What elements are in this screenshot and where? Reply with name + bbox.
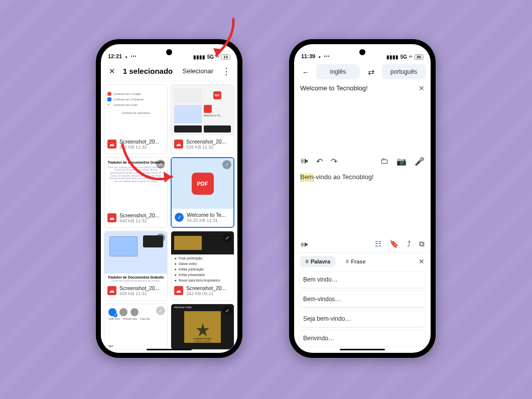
thumbnail: ⤢ xyxy=(171,231,234,254)
phone-mockup-right: 11:39 ▮▮▮▮ 5G ⌔ 30 ← inglês ⇄ português … xyxy=(289,39,436,358)
background-pattern xyxy=(0,0,532,399)
file-name: Welcome to Te... xyxy=(187,212,230,218)
gallery-tile[interactable]: ⤢ Tradutor de Documentos Gratuito Torne … xyxy=(104,231,168,301)
suggestions-list: Bem vindo… Bem-vindos… Seja bem-vindo… B… xyxy=(294,270,431,353)
image-badge-icon xyxy=(174,286,183,295)
close-panel-icon[interactable]: ✕ xyxy=(419,257,425,265)
gallery-tile-selected[interactable]: ⤢ PDF ✓ Welcome to Te...34,25 KB 11:31 xyxy=(171,157,234,228)
network-label: 5G xyxy=(207,54,214,60)
wifi-icon: ⌔ xyxy=(409,54,412,60)
file-meta: 640 KB 11:32 xyxy=(119,218,164,223)
more-notification-icon xyxy=(130,53,137,60)
gallery-tile[interactable]: Continuar com o Google Continuar com o F… xyxy=(104,84,168,154)
thumbnail: PDF Welcome to Te... xyxy=(171,85,234,136)
more-notification-icon xyxy=(324,53,330,60)
pdf-icon: PDF xyxy=(192,173,214,195)
suggestion-item[interactable]: Bem-vindos… xyxy=(299,291,426,308)
gallery-tile[interactable]: ⤢ + Criar storyVinicius GeaCaio Car Igor xyxy=(104,304,168,350)
select-button[interactable]: Selecionar xyxy=(181,65,215,77)
clear-icon[interactable]: ✕ xyxy=(419,84,425,92)
swap-languages-icon[interactable]: ⇄ xyxy=(364,65,378,79)
app-bar: 1 selecionado Selecionar xyxy=(101,61,237,81)
gallery-tile[interactable]: PDF Welcome to Te... Screenshot_20...526… xyxy=(171,84,234,154)
file-name: Screenshot_20... xyxy=(119,212,164,218)
undo-icon[interactable]: ↶ xyxy=(316,157,323,166)
file-name: Screenshot_20... xyxy=(119,139,164,145)
list-icon[interactable]: ☷ xyxy=(375,239,381,248)
network-label: 5G xyxy=(401,54,407,60)
close-icon[interactable] xyxy=(105,64,119,78)
wifi-icon: ⌔ xyxy=(216,54,219,60)
lines-icon xyxy=(305,258,309,265)
gallery-tile[interactable]: ⤢ Fixar publicação Salvar vídeo Editar p… xyxy=(171,231,234,301)
dictionary-tabs: Palavra Frase ✕ xyxy=(294,253,431,270)
bookmark-icon[interactable]: 🔖 xyxy=(389,239,399,248)
suggestion-item[interactable]: Benvindo… xyxy=(299,330,426,347)
home-indicator xyxy=(147,349,192,350)
speak-output-icon[interactable]: 🕪 xyxy=(300,240,308,248)
expand-icon[interactable]: ⤢ xyxy=(156,160,165,169)
file-name: Screenshot_20... xyxy=(186,139,231,145)
redo-icon[interactable]: ↷ xyxy=(331,157,337,166)
expand-icon[interactable]: ⤢ xyxy=(223,233,232,242)
thumbnail: ⤢ xyxy=(104,231,167,274)
file-meta: 34,25 KB 11:31 xyxy=(187,218,230,223)
signal-icon: ▮▮▮▮ xyxy=(193,54,205,60)
camera-icon[interactable]: 📷 xyxy=(396,157,407,166)
speak-icon[interactable]: 🕪 xyxy=(300,157,308,166)
expand-icon[interactable]: ⤢ xyxy=(222,160,231,169)
suggestion-item[interactable]: Seja bem-vindo… xyxy=(299,310,426,328)
thumbnail: ⤢ + Criar storyVinicius GeaCaio Car Igor xyxy=(104,304,167,349)
selection-title: 1 selecionado xyxy=(123,67,177,75)
battery-indicator: 30 xyxy=(414,54,424,60)
camera-notch xyxy=(166,49,172,55)
language-bar: ← inglês ⇄ português xyxy=(294,61,431,83)
more-icon[interactable] xyxy=(219,64,233,78)
thumbnail: ⤢ PDF xyxy=(172,158,233,209)
target-language-chip[interactable]: português xyxy=(382,64,426,79)
notification-icon xyxy=(125,53,127,59)
lines-icon xyxy=(345,258,349,265)
mic-icon[interactable]: 🎤 xyxy=(415,157,425,166)
expand-icon[interactable]: ⤢ xyxy=(223,306,232,315)
status-time: 12:21 xyxy=(108,53,122,59)
phone-mockup-left: 12:21 ▮▮▮▮ 5G ⌔ 13 1 selecionado Selecio… xyxy=(96,39,242,358)
file-meta: 526 KB 11:32 xyxy=(186,145,231,150)
screen-left: 12:21 ▮▮▮▮ 5G ⌔ 13 1 selecionado Selecio… xyxy=(101,44,237,353)
home-indicator xyxy=(340,349,385,350)
suggestion-item[interactable]: Bem vindo… xyxy=(299,271,426,289)
signal-icon: ▮▮▮▮ xyxy=(386,54,398,60)
translation-output: Bem-vindo ao Tecnoblog! xyxy=(294,169,431,185)
file-meta: 381 KB 11:32 xyxy=(119,145,164,150)
file-name: Screenshot_20... xyxy=(186,285,231,291)
thumbnail: ⤢ Tradutor de Documentos Gratuito Torne … xyxy=(104,158,167,209)
selected-check-icon: ✓ xyxy=(175,213,184,222)
back-icon[interactable]: ← xyxy=(299,65,312,78)
gallery-tile[interactable]: Adicionar mídia ⤢ LINKIN PARK HYBRID THE… xyxy=(171,304,234,350)
source-text: Welcome to Tecnoblog! xyxy=(300,84,415,92)
camera-notch xyxy=(359,49,365,55)
tab-word[interactable]: Palavra xyxy=(300,256,335,267)
source-language-chip[interactable]: inglês xyxy=(316,64,360,79)
tab-sentence[interactable]: Frase xyxy=(340,256,370,267)
image-badge-icon xyxy=(107,140,116,149)
gallery-grid[interactable]: Continuar com o Google Continuar com o F… xyxy=(101,81,237,353)
thumbnail: Continuar com o Google Continuar com o F… xyxy=(104,85,167,136)
file-meta: 342 KB 09:11 xyxy=(186,291,231,296)
open-file-icon[interactable]: 🗀 xyxy=(380,157,388,166)
image-badge-icon xyxy=(107,286,116,295)
input-toolbar: 🕪 ↶ ↷ 🗀 📷 🎤 xyxy=(294,154,431,169)
highlighted-fragment: Bem xyxy=(300,173,314,181)
source-text-area[interactable]: Welcome to Tecnoblog! ✕ xyxy=(294,83,431,93)
image-badge-icon xyxy=(174,140,183,149)
file-meta: 605 KB 11:31 xyxy=(119,291,164,296)
share-icon[interactable]: ⤴ xyxy=(407,239,411,248)
status-time: 11:39 xyxy=(301,53,315,59)
file-name: Screenshot_20... xyxy=(119,285,164,291)
expand-icon[interactable]: ⤢ xyxy=(156,306,165,315)
battery-indicator: 13 xyxy=(221,54,230,60)
copy-icon[interactable]: ⧉ xyxy=(419,239,425,248)
gallery-tile[interactable]: ⤢ Tradutor de Documentos Gratuito Torne … xyxy=(104,157,168,228)
notification-icon xyxy=(318,53,321,59)
screen-right: 11:39 ▮▮▮▮ 5G ⌔ 30 ← inglês ⇄ português … xyxy=(294,44,431,353)
